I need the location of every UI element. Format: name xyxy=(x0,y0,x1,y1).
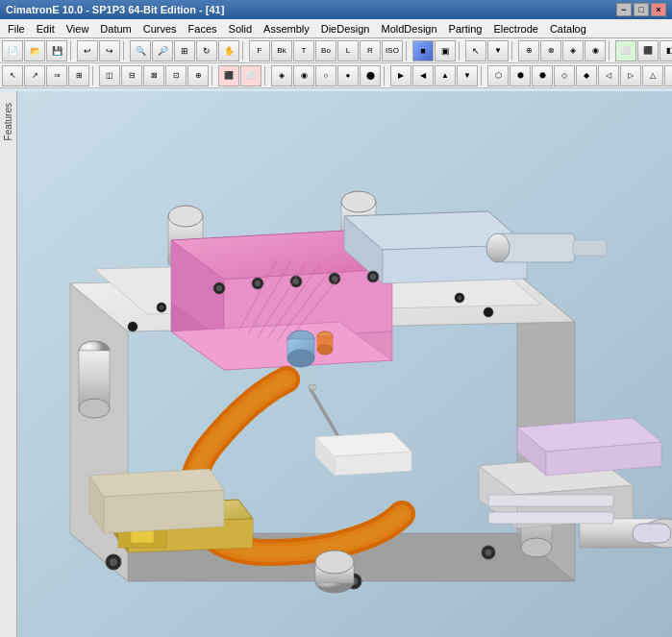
tb2-22[interactable]: ⬢ xyxy=(510,65,531,86)
tb2-14[interactable]: ○ xyxy=(315,65,336,86)
tb2-13[interactable]: ◉ xyxy=(293,65,314,86)
tb2-23[interactable]: ⬣ xyxy=(532,65,553,86)
tb2-25[interactable]: ◆ xyxy=(576,65,597,86)
svg-point-51 xyxy=(484,307,493,317)
sep10 xyxy=(264,66,268,86)
tb2-24[interactable]: ◇ xyxy=(554,65,575,86)
svg-point-92 xyxy=(315,551,354,574)
features-label[interactable]: Features xyxy=(3,103,13,140)
tb2-17[interactable]: ▶ xyxy=(390,65,411,86)
view-front-button[interactable]: F xyxy=(249,40,270,61)
menu-assembly[interactable]: Assembly xyxy=(258,21,315,37)
shade-button[interactable]: ■ xyxy=(412,40,434,61)
tb2-15[interactable]: ● xyxy=(337,65,359,86)
tb2-6[interactable]: ⊟ xyxy=(121,65,142,86)
menu-view[interactable]: View xyxy=(61,21,95,37)
tb-extra2[interactable]: ⊗ xyxy=(540,40,561,61)
tb2-9[interactable]: ⊕ xyxy=(187,65,209,86)
svg-point-47 xyxy=(160,306,164,310)
tb2-8[interactable]: ⊡ xyxy=(165,65,187,86)
title-bar: CimatronE 10.0 - SP1P3 64-Bit Edition - … xyxy=(0,0,672,19)
svg-rect-82 xyxy=(488,495,613,506)
tb2-19[interactable]: ▲ xyxy=(435,65,456,86)
sep5 xyxy=(459,41,462,61)
menu-electrode[interactable]: Electrode xyxy=(487,21,543,37)
menu-parting[interactable]: Parting xyxy=(443,21,488,37)
tb2-21[interactable]: ⬡ xyxy=(487,65,509,86)
tb2-10[interactable]: ⬛ xyxy=(218,65,239,86)
tb-extra4[interactable]: ◉ xyxy=(585,40,606,61)
view-bottom-button[interactable]: Bo xyxy=(315,40,336,61)
svg-rect-83 xyxy=(488,512,613,524)
tb-extra5[interactable]: ⬜ xyxy=(615,40,636,61)
pan-button[interactable]: ✋ xyxy=(218,40,239,61)
tb2-7[interactable]: ⊠ xyxy=(143,65,164,86)
svg-point-41 xyxy=(293,279,299,284)
svg-point-35 xyxy=(317,345,333,355)
menu-edit[interactable]: Edit xyxy=(31,21,61,37)
minimize-button[interactable]: − xyxy=(616,3,632,16)
menu-catalog[interactable]: Catalog xyxy=(544,21,592,37)
tb2-18[interactable]: ◀ xyxy=(412,65,434,86)
tb-extra6[interactable]: ⬛ xyxy=(637,40,659,61)
svg-point-14 xyxy=(168,206,203,227)
wireframe-button[interactable]: ▣ xyxy=(435,40,456,61)
tb2-5[interactable]: ◫ xyxy=(99,65,120,86)
close-button[interactable]: × xyxy=(651,3,666,16)
sep3 xyxy=(242,41,246,61)
select-filter-button[interactable]: ▼ xyxy=(487,40,509,61)
toolbar-row-2: ↖ ↗ ⇒ ⊞ ◫ ⊟ ⊠ ⊡ ⊕ ⬛ ⬜ ◈ ◉ ○ ● ⬤ ▶ ◀ ▲ ▼ … xyxy=(0,63,672,88)
sep7 xyxy=(609,41,612,61)
menu-molddesign[interactable]: MoldDesign xyxy=(375,21,442,37)
tb2-2[interactable]: ↗ xyxy=(24,65,45,86)
menu-diedesign[interactable]: DieDesign xyxy=(315,21,376,37)
svg-point-75 xyxy=(309,384,316,390)
zoom-in-button[interactable]: 🔍 xyxy=(130,40,151,61)
tb2-29[interactable]: ▽ xyxy=(664,65,672,86)
redo-button[interactable]: ↪ xyxy=(99,40,120,61)
svg-point-85 xyxy=(110,558,117,566)
tb-extra3[interactable]: ◈ xyxy=(562,40,584,61)
svg-rect-29 xyxy=(573,240,607,256)
tb2-16[interactable]: ⬤ xyxy=(360,65,381,86)
sep12 xyxy=(481,66,485,86)
tb2-26[interactable]: ◁ xyxy=(598,65,619,86)
tb2-3[interactable]: ⇒ xyxy=(46,65,67,86)
menu-faces[interactable]: Faces xyxy=(183,21,223,37)
undo-button[interactable]: ↩ xyxy=(77,40,98,61)
sep6 xyxy=(511,41,515,61)
sep9 xyxy=(212,66,215,86)
menu-datum[interactable]: Datum xyxy=(94,21,137,37)
tb-extra1[interactable]: ⊕ xyxy=(518,40,539,61)
view-back-button[interactable]: Bk xyxy=(271,40,292,61)
save-button[interactable]: 💾 xyxy=(46,40,67,61)
menu-curves[interactable]: Curves xyxy=(137,21,183,37)
view-top-button[interactable]: T xyxy=(293,40,314,61)
view-right-button[interactable]: R xyxy=(360,40,381,61)
tb2-1[interactable]: ↖ xyxy=(2,65,23,86)
title-bar-controls: − □ × xyxy=(616,3,666,16)
svg-point-49 xyxy=(458,296,462,301)
tb2-28[interactable]: △ xyxy=(642,65,663,86)
view-left-button[interactable]: L xyxy=(337,40,359,61)
zoom-out-button[interactable]: 🔎 xyxy=(152,40,173,61)
select-button[interactable]: ↖ xyxy=(465,40,486,61)
maximize-button[interactable]: □ xyxy=(634,3,649,16)
tb2-20[interactable]: ▼ xyxy=(457,65,478,86)
tb2-27[interactable]: ▷ xyxy=(620,65,641,86)
menu-solid[interactable]: Solid xyxy=(223,21,258,37)
zoom-fit-button[interactable]: ⊞ xyxy=(174,40,195,61)
left-sidebar: Features xyxy=(0,91,17,637)
new-button[interactable]: 📄 xyxy=(2,40,23,61)
main-viewport[interactable] xyxy=(17,91,672,637)
tb2-12[interactable]: ◈ xyxy=(271,65,292,86)
tb2-11[interactable]: ⬜ xyxy=(240,65,261,86)
rotate-button[interactable]: ↻ xyxy=(196,40,217,61)
menu-file[interactable]: File xyxy=(2,21,31,37)
tb2-4[interactable]: ⊞ xyxy=(68,65,89,86)
app-title: CimatronE 10.0 - SP1P3 64-Bit Edition - … xyxy=(6,4,224,15)
sep2 xyxy=(123,41,127,61)
open-button[interactable]: 📂 xyxy=(24,40,45,61)
view-iso-button[interactable]: ISO xyxy=(382,40,403,61)
tb-extra7[interactable]: ◧ xyxy=(660,40,672,61)
